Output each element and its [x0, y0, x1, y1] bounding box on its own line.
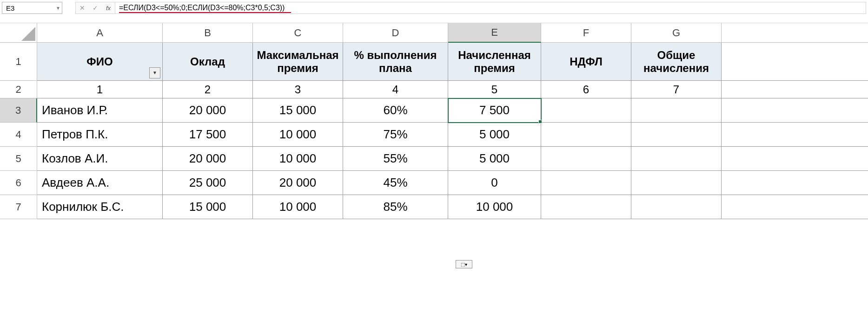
cell-E5[interactable]: 5 000: [448, 147, 541, 171]
cell-A6[interactable]: Авдеев А.А.: [37, 171, 163, 195]
cell-E4[interactable]: 5 000: [448, 123, 541, 147]
cancel-icon[interactable]: ✕: [78, 3, 87, 13]
cell-D5[interactable]: 55%: [343, 147, 448, 171]
cell-G6[interactable]: [631, 171, 722, 195]
formula-input[interactable]: =ЕСЛИ(D3<=50%;0;ЕСЛИ(D3<=80%;C3*0,5;C3)): [115, 2, 866, 14]
cell-rest[interactable]: [722, 98, 868, 123]
cell-D4[interactable]: 75%: [343, 123, 448, 147]
cell-F7[interactable]: [541, 195, 631, 219]
cell-G5[interactable]: [631, 147, 722, 171]
cell-D2[interactable]: 4: [343, 81, 448, 98]
cell-C7[interactable]: 10 000: [253, 195, 343, 219]
cell-B5[interactable]: 20 000: [163, 147, 253, 171]
formula-text: =ЕСЛИ(D3<=50%;0;ЕСЛИ(D3<=80%;C3*0,5;C3)): [119, 4, 285, 12]
col-header-rest[interactable]: [722, 23, 868, 43]
col-header-G[interactable]: G: [631, 23, 722, 43]
cell-A1[interactable]: ФИО ▼: [37, 43, 163, 81]
col-header-E[interactable]: E: [448, 23, 541, 43]
cell-E3[interactable]: 7 500: [448, 98, 541, 123]
cell-E6[interactable]: 0: [448, 171, 541, 195]
cell-G4[interactable]: [631, 123, 722, 147]
cell-C4[interactable]: 10 000: [253, 123, 343, 147]
row-header-2[interactable]: 2: [0, 81, 37, 98]
cell-A2[interactable]: 1: [37, 81, 163, 98]
select-all-corner[interactable]: [0, 23, 37, 43]
cell-D1[interactable]: % выполнения плана: [343, 43, 448, 81]
cell-G1[interactable]: Общие начисления: [631, 43, 722, 81]
cell-F6[interactable]: [541, 171, 631, 195]
cell-F5[interactable]: [541, 147, 631, 171]
fx-icon[interactable]: fx: [104, 3, 113, 13]
cell-C1[interactable]: Максимальная премия: [253, 43, 343, 81]
confirm-icon[interactable]: ✓: [91, 3, 100, 13]
cell-B1[interactable]: Оклад: [163, 43, 253, 81]
row-header-7[interactable]: 7: [0, 195, 37, 219]
col-header-F[interactable]: F: [541, 23, 631, 43]
table-row: 1 ФИО ▼ Оклад Максимальная премия % выпо…: [0, 43, 868, 81]
cell-D3[interactable]: 60%: [343, 98, 448, 123]
formula-bar-controls: ✕ ✓ fx: [75, 2, 115, 14]
cell-B4[interactable]: 17 500: [163, 123, 253, 147]
col-header-D[interactable]: D: [343, 23, 448, 43]
cell-D6[interactable]: 45%: [343, 171, 448, 195]
cell-E1[interactable]: Начисленная премия: [448, 43, 541, 81]
cell-rest[interactable]: [722, 123, 868, 147]
cell-G7[interactable]: [631, 195, 722, 219]
cell-E2[interactable]: 5: [448, 81, 541, 98]
dropdown-icon[interactable]: ▼: [56, 6, 60, 11]
row-header-5[interactable]: 5: [0, 147, 37, 171]
cell-F3[interactable]: [541, 98, 631, 123]
cell-rest[interactable]: [722, 43, 868, 81]
cell-C2[interactable]: 3: [253, 81, 343, 98]
filter-icon[interactable]: ▼: [149, 67, 160, 78]
col-header-A[interactable]: A: [37, 23, 163, 43]
col-header-B[interactable]: B: [163, 23, 253, 43]
formula-bar: E3 ▼ ✕ ✓ fx =ЕСЛИ(D3<=50%;0;ЕСЛИ(D3<=80%…: [0, 0, 868, 23]
name-box[interactable]: E3 ▼: [2, 2, 62, 14]
row-header-4[interactable]: 4: [0, 123, 37, 147]
table-row: 7 Корнилюк Б.С. 15 000 10 000 85% 10 000: [0, 195, 868, 219]
cell-rest[interactable]: [722, 171, 868, 195]
row-header-3[interactable]: 3: [0, 98, 37, 123]
cell-F2[interactable]: 6: [541, 81, 631, 98]
table-row: 5 Козлов А.И. 20 000 10 000 55% 5 000: [0, 147, 868, 171]
col-header-C[interactable]: C: [253, 23, 343, 43]
cell-A4[interactable]: Петров П.К.: [37, 123, 163, 147]
table-row: 6 Авдеев А.А. 25 000 20 000 45% 0: [0, 171, 868, 195]
row-header-1[interactable]: 1: [0, 43, 37, 81]
cell-B7[interactable]: 15 000: [163, 195, 253, 219]
name-box-value: E3: [6, 4, 14, 12]
cell-G3[interactable]: [631, 98, 722, 123]
cell-rest[interactable]: [722, 147, 868, 171]
table-row: 3 Иванов И.Р. 20 000 15 000 60% 7 500: [0, 98, 868, 123]
cell-B3[interactable]: 20 000: [163, 98, 253, 123]
cell-F1[interactable]: НДФЛ: [541, 43, 631, 81]
cell-B6[interactable]: 25 000: [163, 171, 253, 195]
cell-A5[interactable]: Козлов А.И.: [37, 147, 163, 171]
cell-C3[interactable]: 15 000: [253, 98, 343, 123]
spreadsheet-grid: A B C D E F G 1 ФИО ▼ Оклад Максимальная…: [0, 23, 868, 219]
cell-A7[interactable]: Корнилюк Б.С.: [37, 195, 163, 219]
table-row: 2 1 2 3 4 5 6 7: [0, 81, 868, 98]
cell-rest[interactable]: [722, 195, 868, 219]
table-row: 4 Петров П.К. 17 500 10 000 75% 5 000: [0, 123, 868, 147]
cell-C5[interactable]: 10 000: [253, 147, 343, 171]
row-header-6[interactable]: 6: [0, 171, 37, 195]
cell-B2[interactable]: 2: [163, 81, 253, 98]
cell-rest[interactable]: [722, 81, 868, 98]
cell-A3[interactable]: Иванов И.Р.: [37, 98, 163, 123]
cell-E7[interactable]: 10 000: [448, 195, 541, 219]
cell-D7[interactable]: 85%: [343, 195, 448, 219]
cell-G2[interactable]: 7: [631, 81, 722, 98]
cell-C6[interactable]: 20 000: [253, 171, 343, 195]
column-headers-row: A B C D E F G: [0, 23, 868, 43]
cell-F4[interactable]: [541, 123, 631, 147]
formula-underline: [119, 12, 291, 13]
